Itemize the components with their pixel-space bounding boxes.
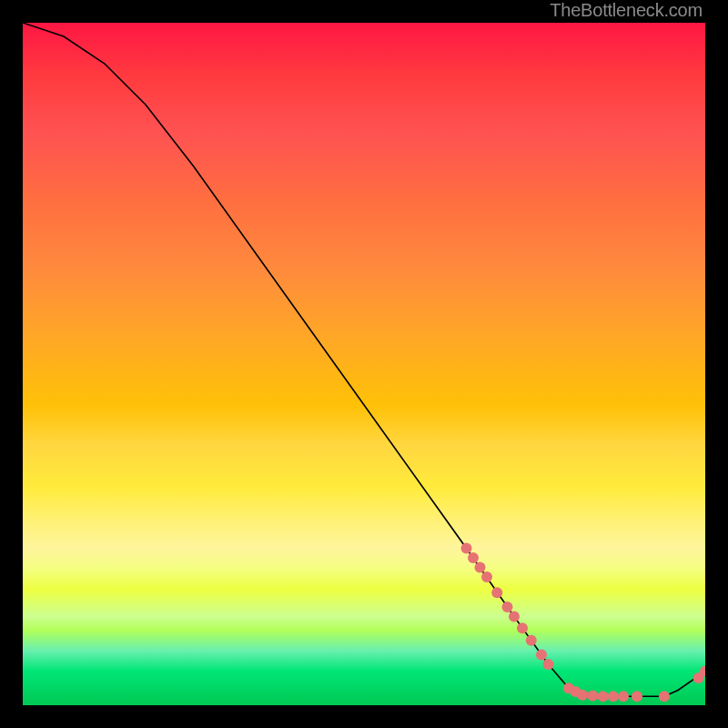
- data-point: [517, 622, 528, 633]
- bottleneck-curve: [23, 23, 705, 696]
- chart-svg: [23, 23, 705, 705]
- data-point: [481, 571, 492, 582]
- data-point: [608, 691, 619, 702]
- data-point: [526, 635, 537, 646]
- data-point: [509, 612, 520, 622]
- data-point: [587, 691, 598, 702]
- data-point: [468, 552, 479, 563]
- data-point: [598, 691, 609, 702]
- watermark-text: TheBottleneck.com: [550, 0, 703, 21]
- data-point: [577, 690, 588, 701]
- data-point: [461, 543, 472, 554]
- data-point: [536, 650, 547, 661]
- data-point: [491, 587, 502, 598]
- data-point: [618, 691, 629, 702]
- data-point: [632, 691, 642, 702]
- data-point: [659, 691, 670, 702]
- chart-stage: TheBottleneck.com: [0, 0, 728, 728]
- data-point: [475, 562, 486, 573]
- data-point: [502, 602, 513, 612]
- data-markers: [461, 543, 706, 703]
- data-point: [543, 659, 554, 670]
